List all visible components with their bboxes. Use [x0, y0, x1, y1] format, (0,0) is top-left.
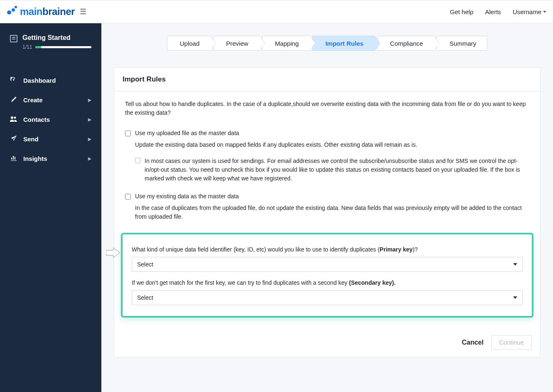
caret-down-icon [513, 296, 517, 299]
sidebar-item-dashboard[interactable]: Dashboard [0, 71, 101, 90]
step-compliance[interactable]: Compliance [377, 36, 434, 51]
dashboard-icon [10, 76, 17, 84]
continue-button[interactable]: Continue [491, 335, 532, 350]
secondary-key-select[interactable]: Select [132, 290, 523, 305]
chevron-right-icon: ▶ [88, 98, 91, 102]
chevron-down-icon [543, 11, 546, 13]
pencil-icon [10, 96, 17, 104]
card-title: Import Rules [114, 68, 540, 91]
sidebar-item-label: Send [23, 136, 39, 143]
getting-started-title: Getting Started [22, 34, 91, 42]
step-label: Upload [180, 40, 200, 47]
question-text-bold: Primary key [380, 246, 413, 253]
option-uploaded-master: Use my uploaded file as the master data [125, 130, 529, 136]
intro-text: Tell us about how to handle duplicates. … [125, 100, 529, 117]
send-icon [10, 135, 17, 143]
step-summary[interactable]: Summary [437, 36, 487, 51]
username-menu[interactable]: Username [513, 8, 546, 15]
step-mapping[interactable]: Mapping [262, 36, 310, 51]
logo-dots-icon [7, 6, 17, 17]
svg-rect-6 [13, 156, 14, 160]
sidebar-item-label: Contacts [23, 116, 50, 123]
card-footer: Cancel Continue [114, 328, 540, 357]
menu-toggle-icon[interactable]: ☰ [80, 7, 86, 16]
step-upload[interactable]: Upload [167, 36, 211, 51]
main: Upload Preview Mapping Import Rules Comp… [101, 23, 553, 392]
chart-icon [10, 155, 17, 163]
option-label: Use my existing data as the master data [135, 193, 239, 200]
caret-down-icon [513, 263, 517, 266]
topbar: mainbrainer ☰ Get help Alerts Username [0, 0, 553, 23]
step-label: Mapping [275, 40, 299, 47]
chevron-right-icon: ▶ [88, 117, 91, 122]
svg-marker-8 [106, 248, 120, 258]
select-value: Select [137, 261, 153, 268]
sidebar-item-send[interactable]: Send ▶ [0, 129, 101, 149]
svg-point-4 [14, 117, 16, 119]
alerts-link[interactable]: Alerts [485, 8, 501, 15]
question-text-post: )? [413, 246, 418, 253]
logo-text-main: main [20, 6, 42, 17]
import-rules-card: Import Rules Tell us about how to handle… [114, 67, 541, 357]
sidebar-item-label: Create [23, 96, 43, 104]
step-label: Import Rules [325, 40, 364, 47]
step-preview[interactable]: Preview [213, 36, 259, 51]
getting-started-body: Getting Started 1/11 [22, 34, 91, 50]
step-import-rules[interactable]: Import Rules [312, 36, 375, 51]
checkbox-uploaded-master[interactable] [125, 131, 131, 136]
select-value: Select [137, 294, 153, 301]
step-label: Preview [226, 40, 248, 47]
sidebar-item-contacts[interactable]: Contacts ▶ [0, 110, 101, 129]
svg-rect-5 [11, 158, 12, 160]
progress-bar [35, 46, 91, 48]
sidebar-item-label: Insights [23, 155, 47, 162]
getting-started-progress: 1/11 [22, 44, 91, 50]
nav: Dashboard Create ▶ Contacts ▶ S [0, 71, 101, 168]
logo[interactable]: mainbrainer [7, 6, 75, 17]
primary-key-question: What kind of unique data field identifie… [132, 246, 523, 253]
sidebar-item-label: Dashboard [23, 77, 56, 84]
question-text-pre: If we don't get match for the first key,… [132, 279, 349, 286]
sidebar-item-create[interactable]: Create ▶ [0, 90, 101, 110]
getting-started[interactable]: Getting Started 1/11 [0, 34, 101, 60]
stepper: Upload Preview Mapping Import Rules Comp… [114, 36, 541, 51]
chevron-right-icon: ▶ [88, 156, 91, 161]
svg-rect-7 [15, 157, 15, 160]
pointer-arrow-icon [106, 248, 120, 258]
svg-point-0 [7, 10, 11, 15]
option-uploaded-desc: Update the existing data based on mapped… [135, 141, 529, 149]
secondary-key-question: If we don't get match for the first key,… [132, 279, 523, 286]
option-label: Use my uploaded file as the master data [135, 130, 239, 136]
step-label: Summary [450, 40, 476, 47]
checkbox-existing-master[interactable] [125, 194, 131, 200]
topbar-right: Get help Alerts Username [450, 8, 546, 15]
topbar-left: mainbrainer ☰ [7, 6, 86, 17]
sidebar: Getting Started 1/11 Dashboard Create ▶ [0, 23, 101, 392]
svg-point-2 [15, 6, 17, 8]
step-label: Compliance [390, 40, 423, 47]
checkbox-keep-status[interactable] [135, 158, 140, 163]
get-help-link[interactable]: Get help [450, 8, 474, 15]
question-text-pre: What kind of unique data field identifie… [132, 246, 380, 253]
contacts-icon [10, 116, 17, 123]
getting-started-count: 1/11 [22, 44, 32, 50]
option-existing-desc: In the case of duplicates from the uploa… [135, 204, 529, 221]
primary-key-select[interactable]: Select [132, 257, 523, 272]
chevron-right-icon: ▶ [88, 137, 91, 141]
username-label: Username [513, 8, 541, 15]
sub-option-text: In most cases our system is used for sen… [145, 157, 529, 183]
svg-point-3 [11, 116, 13, 119]
checklist-icon [10, 35, 17, 42]
key-selection-highlight: What kind of unique data field identifie… [121, 233, 533, 318]
svg-point-1 [12, 8, 15, 12]
card-body: Tell us about how to handle duplicates. … [114, 91, 540, 328]
cancel-button[interactable]: Cancel [462, 339, 483, 346]
sidebar-item-insights[interactable]: Insights ▶ [0, 149, 101, 168]
question-text-bold: (Secondary key). [349, 279, 396, 286]
logo-text-sub: brainer [42, 6, 75, 17]
sub-option-keep-status: In most cases our system is used for sen… [135, 157, 529, 183]
option-existing-master: Use my existing data as the master data [125, 193, 529, 200]
progress-bar-fill [35, 46, 41, 48]
